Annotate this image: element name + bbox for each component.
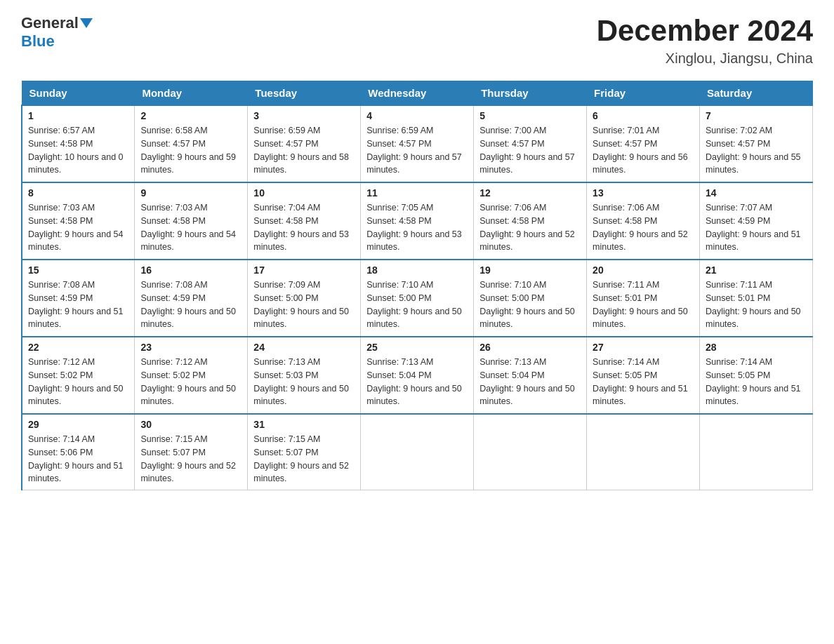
day-number: 27 [593, 342, 694, 353]
calendar-day-cell: 4Sunrise: 6:59 AMSunset: 4:57 PMDaylight… [361, 105, 474, 182]
day-info: Sunrise: 7:02 AMSunset: 4:57 PMDaylight:… [706, 124, 807, 177]
day-info: Sunrise: 6:59 AMSunset: 4:57 PMDaylight:… [366, 124, 468, 177]
calendar-day-cell: 2Sunrise: 6:58 AMSunset: 4:57 PMDaylight… [135, 105, 248, 182]
calendar-day-cell: 8Sunrise: 7:03 AMSunset: 4:58 PMDaylight… [22, 182, 135, 260]
day-info: Sunrise: 7:15 AMSunset: 5:07 PMDaylight:… [140, 433, 241, 485]
calendar-header-tuesday: Tuesday [248, 81, 361, 106]
calendar-day-cell: 19Sunrise: 7:10 AMSunset: 5:00 PMDayligh… [474, 260, 587, 337]
day-number: 19 [479, 264, 581, 276]
logo-general-text: General [21, 14, 79, 32]
day-info: Sunrise: 7:14 AMSunset: 5:06 PMDaylight:… [28, 433, 128, 485]
calendar-day-cell: 6Sunrise: 7:01 AMSunset: 4:57 PMDaylight… [587, 105, 700, 182]
calendar-day-cell: 20Sunrise: 7:11 AMSunset: 5:01 PMDayligh… [587, 260, 700, 337]
day-number: 8 [28, 187, 128, 199]
calendar-day-cell [474, 414, 587, 490]
day-number: 3 [253, 110, 355, 121]
calendar-day-cell: 27Sunrise: 7:14 AMSunset: 5:05 PMDayligh… [587, 337, 700, 414]
calendar-day-cell: 17Sunrise: 7:09 AMSunset: 5:00 PMDayligh… [248, 260, 361, 337]
day-info: Sunrise: 7:04 AMSunset: 4:58 PMDaylight:… [253, 201, 355, 254]
calendar-day-cell: 23Sunrise: 7:12 AMSunset: 5:02 PMDayligh… [135, 337, 248, 414]
calendar-day-cell: 15Sunrise: 7:08 AMSunset: 4:59 PMDayligh… [22, 260, 135, 337]
day-number: 6 [593, 110, 694, 121]
day-info: Sunrise: 7:12 AMSunset: 5:02 PMDaylight:… [28, 356, 128, 408]
calendar-week-row: 15Sunrise: 7:08 AMSunset: 4:59 PMDayligh… [22, 260, 813, 337]
day-info: Sunrise: 7:09 AMSunset: 5:00 PMDaylight:… [253, 279, 355, 331]
header-right: December 2024 Xinglou, Jiangsu, China [597, 14, 813, 67]
calendar-day-cell: 31Sunrise: 7:15 AMSunset: 5:07 PMDayligh… [248, 414, 361, 490]
logo-blue-text: Blue [21, 32, 55, 51]
page-header: General Blue December 2024 Xinglou, Jian… [21, 14, 813, 67]
day-number: 10 [253, 187, 355, 199]
calendar-day-cell: 13Sunrise: 7:06 AMSunset: 4:58 PMDayligh… [587, 182, 700, 260]
calendar-day-cell: 12Sunrise: 7:06 AMSunset: 4:58 PMDayligh… [474, 182, 587, 260]
day-number: 9 [140, 187, 241, 199]
day-info: Sunrise: 7:10 AMSunset: 5:00 PMDaylight:… [479, 279, 581, 331]
calendar-day-cell: 29Sunrise: 7:14 AMSunset: 5:06 PMDayligh… [22, 414, 135, 490]
day-number: 5 [479, 110, 581, 121]
calendar-header-sunday: Sunday [22, 81, 135, 106]
day-number: 15 [28, 264, 128, 276]
day-number: 4 [366, 110, 468, 121]
calendar-table: SundayMondayTuesdayWednesdayThursdayFrid… [21, 81, 813, 490]
calendar-day-cell [587, 414, 700, 490]
day-info: Sunrise: 6:59 AMSunset: 4:57 PMDaylight:… [253, 124, 355, 177]
day-number: 28 [706, 342, 807, 353]
calendar-week-row: 29Sunrise: 7:14 AMSunset: 5:06 PMDayligh… [22, 414, 813, 490]
day-number: 23 [140, 342, 241, 353]
calendar-day-cell: 21Sunrise: 7:11 AMSunset: 5:01 PMDayligh… [700, 260, 813, 337]
calendar-day-cell [700, 414, 813, 490]
day-number: 25 [366, 342, 468, 353]
calendar-day-cell: 24Sunrise: 7:13 AMSunset: 5:03 PMDayligh… [248, 337, 361, 414]
day-info: Sunrise: 7:13 AMSunset: 5:04 PMDaylight:… [479, 356, 581, 408]
day-number: 7 [706, 110, 807, 121]
day-number: 16 [140, 264, 241, 276]
day-info: Sunrise: 7:12 AMSunset: 5:02 PMDaylight:… [140, 356, 241, 408]
day-info: Sunrise: 7:14 AMSunset: 5:05 PMDaylight:… [593, 356, 694, 408]
day-info: Sunrise: 7:15 AMSunset: 5:07 PMDaylight:… [253, 433, 355, 485]
day-number: 29 [28, 419, 128, 430]
calendar-header-thursday: Thursday [474, 81, 587, 106]
day-number: 1 [28, 110, 128, 121]
day-info: Sunrise: 7:10 AMSunset: 5:00 PMDaylight:… [366, 279, 468, 331]
calendar-header-monday: Monday [135, 81, 248, 106]
day-number: 20 [593, 264, 694, 276]
day-number: 2 [140, 110, 241, 121]
calendar-header-row: SundayMondayTuesdayWednesdayThursdayFrid… [22, 81, 813, 106]
calendar-week-row: 1Sunrise: 6:57 AMSunset: 4:58 PMDaylight… [22, 105, 813, 182]
day-number: 17 [253, 264, 355, 276]
day-info: Sunrise: 7:01 AMSunset: 4:57 PMDaylight:… [593, 124, 694, 177]
day-info: Sunrise: 7:08 AMSunset: 4:59 PMDaylight:… [28, 279, 128, 331]
calendar-day-cell: 22Sunrise: 7:12 AMSunset: 5:02 PMDayligh… [22, 337, 135, 414]
location-text: Xinglou, Jiangsu, China [597, 51, 813, 67]
calendar-day-cell: 28Sunrise: 7:14 AMSunset: 5:05 PMDayligh… [700, 337, 813, 414]
day-number: 26 [479, 342, 581, 353]
calendar-day-cell [361, 414, 474, 490]
day-number: 30 [140, 419, 241, 430]
calendar-header-wednesday: Wednesday [361, 81, 474, 106]
day-number: 18 [366, 264, 468, 276]
calendar-day-cell: 18Sunrise: 7:10 AMSunset: 5:00 PMDayligh… [361, 260, 474, 337]
calendar-day-cell: 25Sunrise: 7:13 AMSunset: 5:04 PMDayligh… [361, 337, 474, 414]
calendar-day-cell: 26Sunrise: 7:13 AMSunset: 5:04 PMDayligh… [474, 337, 587, 414]
day-info: Sunrise: 7:06 AMSunset: 4:58 PMDaylight:… [479, 201, 581, 254]
day-number: 12 [479, 187, 581, 199]
day-info: Sunrise: 7:08 AMSunset: 4:59 PMDaylight:… [140, 279, 241, 331]
logo-triangle-icon [80, 18, 93, 28]
logo: General Blue [21, 14, 93, 51]
day-info: Sunrise: 6:58 AMSunset: 4:57 PMDaylight:… [140, 124, 241, 177]
day-info: Sunrise: 7:06 AMSunset: 4:58 PMDaylight:… [593, 201, 694, 254]
calendar-day-cell: 16Sunrise: 7:08 AMSunset: 4:59 PMDayligh… [135, 260, 248, 337]
calendar-week-row: 8Sunrise: 7:03 AMSunset: 4:58 PMDaylight… [22, 182, 813, 260]
calendar-header-saturday: Saturday [700, 81, 813, 106]
day-info: Sunrise: 7:13 AMSunset: 5:03 PMDaylight:… [253, 356, 355, 408]
day-number: 14 [706, 187, 807, 199]
calendar-week-row: 22Sunrise: 7:12 AMSunset: 5:02 PMDayligh… [22, 337, 813, 414]
calendar-day-cell: 11Sunrise: 7:05 AMSunset: 4:58 PMDayligh… [361, 182, 474, 260]
day-info: Sunrise: 7:14 AMSunset: 5:05 PMDaylight:… [706, 356, 807, 408]
day-info: Sunrise: 7:00 AMSunset: 4:57 PMDaylight:… [479, 124, 581, 177]
day-info: Sunrise: 7:07 AMSunset: 4:59 PMDaylight:… [706, 201, 807, 254]
day-info: Sunrise: 6:57 AMSunset: 4:58 PMDaylight:… [28, 124, 128, 177]
day-number: 24 [253, 342, 355, 353]
day-info: Sunrise: 7:05 AMSunset: 4:58 PMDaylight:… [366, 201, 468, 254]
day-number: 11 [366, 187, 468, 199]
